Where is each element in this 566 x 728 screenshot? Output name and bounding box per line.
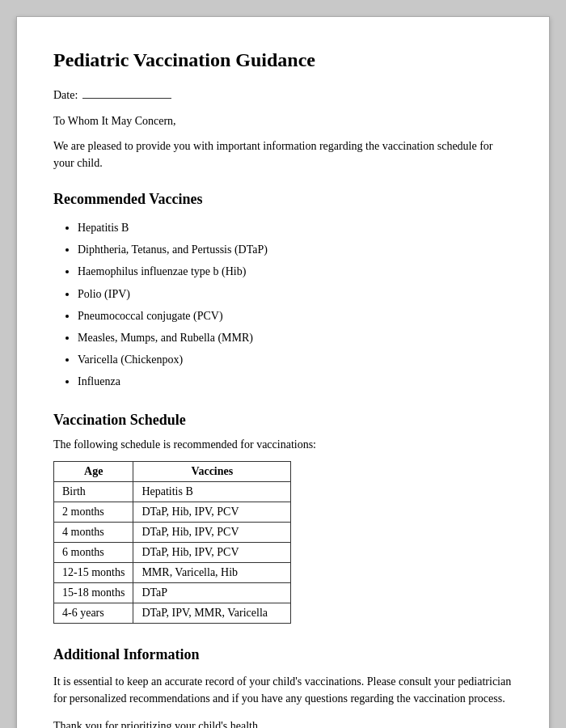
salutation: To Whom It May Concern, xyxy=(53,115,513,128)
date-underline-field xyxy=(82,87,171,99)
thank-you-text: Thank you for prioritizing your child's … xyxy=(53,720,513,729)
recommended-vaccines-title: Recommended Vaccines xyxy=(53,191,513,208)
table-row: 12-15 monthsMMR, Varicella, Hib xyxy=(54,562,291,582)
table-row: 2 monthsDTaP, Hib, IPV, PCV xyxy=(54,502,291,522)
vaccine-list-item: Varicella (Chickenpox) xyxy=(78,349,513,370)
table-cell-age: 15-18 months xyxy=(54,582,133,603)
schedule-intro: The following schedule is recommended fo… xyxy=(53,438,513,451)
table-cell-vaccines: Hepatitis B xyxy=(133,481,291,502)
vaccination-schedule-table: Age Vaccines BirthHepatitis B2 monthsDTa… xyxy=(53,461,291,624)
table-cell-vaccines: MMR, Varicella, Hib xyxy=(133,562,291,582)
vaccine-list-item: Diphtheria, Tetanus, and Pertussis (DTaP… xyxy=(78,239,513,260)
vaccine-list-item: Hepatitis B xyxy=(78,218,513,238)
table-header-vaccines: Vaccines xyxy=(133,461,291,481)
table-cell-vaccines: DTaP, Hib, IPV, PCV xyxy=(133,502,291,522)
vaccination-schedule-title: Vaccination Schedule xyxy=(53,412,513,429)
vaccine-list-item: Influenza xyxy=(78,371,513,392)
vaccine-list-item: Polio (IPV) xyxy=(78,284,513,304)
document-page: Pediatric Vaccination Guidance Date: To … xyxy=(16,16,550,728)
additional-info-title: Additional Information xyxy=(53,646,513,663)
table-body: BirthHepatitis B2 monthsDTaP, Hib, IPV, … xyxy=(54,481,291,623)
table-cell-vaccines: DTaP xyxy=(133,582,291,603)
intro-text: We are pleased to provide you with impor… xyxy=(53,138,513,171)
date-label: Date: xyxy=(53,89,78,102)
table-row: 4 monthsDTaP, Hib, IPV, PCV xyxy=(54,522,291,542)
vaccine-list-item: Measles, Mumps, and Rubella (MMR) xyxy=(78,328,513,348)
table-row: 4-6 yearsDTaP, IPV, MMR, Varicella xyxy=(54,603,291,623)
table-cell-age: 12-15 months xyxy=(54,562,133,582)
date-line: Date: xyxy=(53,87,513,102)
table-cell-age: 2 months xyxy=(54,502,133,522)
table-header-age: Age xyxy=(54,461,133,481)
vaccine-list-item: Pneumococcal conjugate (PCV) xyxy=(78,306,513,326)
table-cell-age: Birth xyxy=(54,481,133,502)
table-row: BirthHepatitis B xyxy=(54,481,291,502)
table-cell-vaccines: DTaP, Hib, IPV, PCV xyxy=(133,542,291,562)
table-row: 15-18 monthsDTaP xyxy=(54,582,291,603)
table-cell-vaccines: DTaP, IPV, MMR, Varicella xyxy=(133,603,291,623)
additional-info-text: It is essential to keep an accurate reco… xyxy=(53,673,513,707)
table-cell-age: 4 months xyxy=(54,522,133,542)
table-cell-age: 4-6 years xyxy=(54,603,133,623)
table-cell-age: 6 months xyxy=(54,542,133,562)
table-row: 6 monthsDTaP, Hib, IPV, PCV xyxy=(54,542,291,562)
vaccine-list: Hepatitis BDiphtheria, Tetanus, and Pert… xyxy=(78,218,513,392)
table-cell-vaccines: DTaP, Hib, IPV, PCV xyxy=(133,522,291,542)
vaccine-list-item: Haemophilus influenzae type b (Hib) xyxy=(78,261,513,281)
page-title: Pediatric Vaccination Guidance xyxy=(53,49,513,71)
